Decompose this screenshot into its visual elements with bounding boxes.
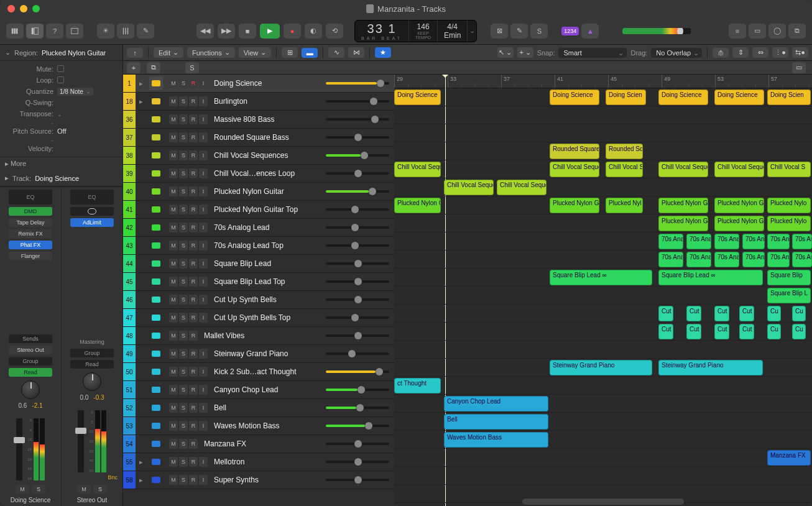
track-name[interactable]: Chill Vocal…ences Loop: [208, 169, 326, 178]
region[interactable]: Cut: [686, 306, 701, 321]
eq-thumbnail[interactable]: EQ: [9, 190, 52, 205]
track-icon[interactable]: [149, 347, 163, 361]
arrange-row[interactable]: Plucked Nylon GPlucked Nylon GuPlucked N…: [394, 214, 812, 232]
mute-button[interactable]: M: [169, 168, 178, 178]
record-enable-button[interactable]: R: [189, 313, 198, 323]
track-volume-slider[interactable]: [326, 443, 389, 445]
region[interactable]: Cu: [767, 306, 781, 321]
solo-button[interactable]: S: [179, 295, 188, 305]
pitch-source-popup[interactable]: Off: [57, 127, 118, 135]
track-icon[interactable]: [149, 203, 163, 216]
solo-button[interactable]: S: [179, 277, 188, 287]
more-disclosure[interactable]: ▸ More: [0, 157, 122, 170]
arrange-row[interactable]: 70s Ana70s Ana70s Ana70s Ana70s Ana70s A…: [394, 251, 812, 269]
region[interactable]: 70s Ana: [658, 234, 683, 249]
record-enable-button[interactable]: R: [189, 205, 198, 214]
input-monitor-button[interactable]: I: [199, 205, 208, 214]
stereo-link-icon[interactable]: [70, 207, 114, 216]
record-enable-button[interactable]: R: [189, 186, 198, 196]
region[interactable]: 70s Ana: [767, 234, 790, 249]
mute-button[interactable]: M: [77, 485, 91, 494]
region[interactable]: Rounded Square: [550, 144, 599, 159]
horizontal-scrollbar[interactable]: [522, 499, 684, 505]
region[interactable]: Cut: [714, 306, 729, 321]
pointer-tool[interactable]: ↖ ⌄: [497, 47, 514, 58]
edit-menu[interactable]: Edit ⌄: [154, 47, 183, 58]
region[interactable]: Plucked Nylo: [767, 216, 811, 231]
region[interactable]: Chill Vocal Seque: [394, 162, 441, 177]
region[interactable]: 70s An: [792, 252, 812, 267]
forward-button[interactable]: ▶▶: [218, 24, 235, 39]
region[interactable]: Cu: [767, 324, 781, 339]
track-icon[interactable]: [149, 239, 163, 252]
play-button[interactable]: ▶: [260, 24, 280, 39]
region[interactable]: Plucked Nylon G: [658, 198, 708, 213]
region[interactable]: Plucked Nyl: [606, 198, 643, 213]
track-header[interactable]: 48 M S R Mallet Vibes: [123, 327, 394, 345]
mute-button[interactable]: M: [169, 439, 178, 449]
region[interactable]: 70s Ana: [742, 234, 765, 249]
track-header[interactable]: 50 M S R I Kick 2 Sub…act Thought: [123, 363, 394, 381]
track-volume-slider[interactable]: [326, 370, 389, 373]
arrange-row[interactable]: ct Thought: [394, 377, 812, 395]
mute-button[interactable]: M: [169, 132, 178, 142]
region[interactable]: 70s Ana: [767, 252, 790, 267]
solo-button[interactable]: S: [179, 313, 188, 323]
region[interactable]: Cu: [792, 324, 806, 339]
track-volume-slider[interactable]: [326, 334, 389, 337]
track-volume-slider[interactable]: [326, 118, 389, 121]
solo-button[interactable]: S: [179, 349, 188, 359]
mute-checkbox[interactable]: [57, 65, 64, 72]
functions-menu[interactable]: Functions ⌄: [187, 47, 235, 58]
track-header[interactable]: 40 M S R I Plucked Nylon Guitar: [123, 183, 394, 201]
arrange-row[interactable]: [394, 467, 812, 485]
insert-slot[interactable]: AdLimit: [70, 218, 114, 227]
track-header[interactable]: 38 M S R I Chill Vocal Sequences: [123, 147, 394, 165]
track-name[interactable]: Rounded Square Bass: [208, 133, 326, 142]
input-monitor-button[interactable]: I: [199, 457, 208, 467]
track-header[interactable]: 45 M S R I Square Blip Lead Top: [123, 273, 394, 291]
region[interactable]: Cut: [658, 324, 673, 339]
region[interactable]: Cut: [686, 324, 701, 339]
mute-button[interactable]: M: [169, 313, 178, 323]
mute-button[interactable]: M: [169, 475, 178, 485]
horizontal-auto-zoom-button[interactable]: ⇔: [752, 47, 768, 58]
waveform-zoom-button[interactable]: ⫛: [713, 48, 729, 58]
track-header[interactable]: 55 ▸ M S R I Mellotron: [123, 453, 394, 471]
zoom-horizontal-slider[interactable]: ⇆●: [792, 47, 808, 58]
input-monitor-button[interactable]: I: [199, 241, 208, 251]
input-monitor-button[interactable]: I: [199, 168, 208, 178]
inspector-button[interactable]: [26, 24, 44, 39]
output-slot[interactable]: Stereo Out: [9, 346, 52, 354]
solo-button[interactable]: S: [179, 421, 188, 431]
region[interactable]: Chill Vocal Seque: [714, 162, 764, 177]
track-icon[interactable]: [149, 94, 163, 108]
input-monitor-button[interactable]: I: [199, 385, 208, 395]
region[interactable]: Doing Scien: [606, 90, 646, 105]
track-name[interactable]: Steinway Grand Piano: [208, 349, 326, 358]
region[interactable]: Cu: [792, 306, 806, 321]
toolbar-button[interactable]: [66, 24, 83, 39]
solo-button[interactable]: S: [179, 457, 188, 467]
track-volume-slider[interactable]: [326, 461, 389, 463]
region[interactable]: Rounded Sq: [606, 144, 643, 159]
notepad-button[interactable]: ▭: [749, 24, 766, 39]
arrange-row[interactable]: Rounded SquareRounded Sq: [394, 142, 812, 160]
track-icon[interactable]: [149, 329, 163, 343]
input-monitor-button[interactable]: I: [199, 349, 208, 359]
insert-slot[interactable]: Tape Delay: [9, 218, 52, 227]
region[interactable]: Plucked Nylon Gu: [714, 198, 764, 213]
track-icon[interactable]: [149, 185, 163, 198]
catch-playhead-button[interactable]: ★: [375, 47, 391, 58]
record-enable-button[interactable]: R: [189, 150, 198, 160]
metronome-button[interactable]: ▲: [581, 24, 599, 39]
track-icon[interactable]: [149, 437, 163, 451]
track-volume-slider[interactable]: [326, 136, 389, 139]
record-enable-button[interactable]: R: [189, 223, 198, 232]
track-icon[interactable]: [149, 113, 163, 126]
track-icon[interactable]: [149, 275, 163, 288]
global-solo-button[interactable]: S: [185, 62, 199, 73]
region[interactable]: Plucked Nylo: [767, 198, 811, 213]
group-slot[interactable]: Group: [70, 349, 114, 357]
arrange-row[interactable]: Canyon Chop Lead: [394, 395, 812, 413]
